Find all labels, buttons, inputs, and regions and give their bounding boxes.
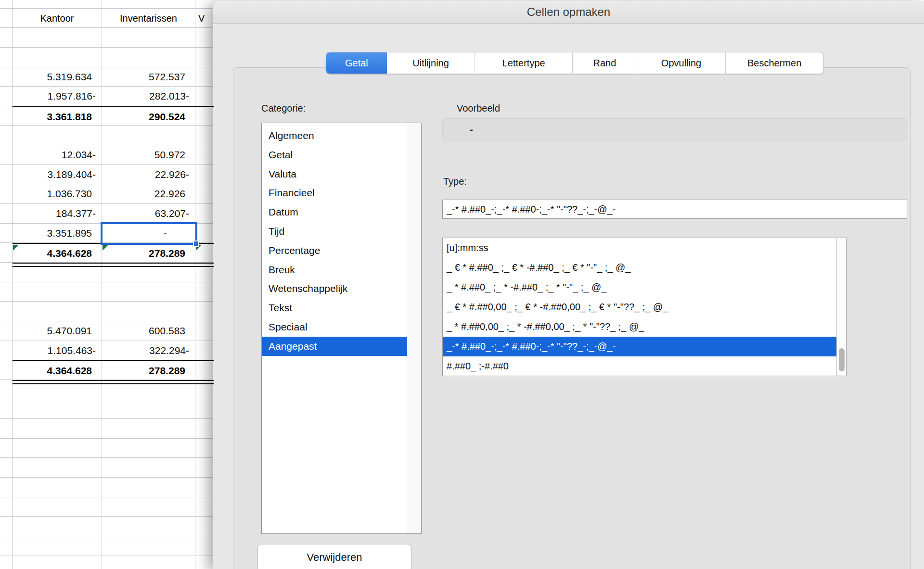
sheet-cell[interactable]	[13, 126, 102, 145]
sheet-cell[interactable]: 278.289	[102, 243, 195, 263]
sheet-cell[interactable]: 12.034-	[13, 145, 102, 165]
sheet-cell[interactable]	[102, 439, 195, 458]
sheet-cell[interactable]	[0, 399, 13, 419]
sheet-cell[interactable]	[195, 399, 214, 419]
sheet-cell[interactable]	[102, 48, 195, 67]
sheet-cell[interactable]	[195, 302, 214, 321]
sheet-cell[interactable]: 5.319.634	[13, 67, 102, 87]
sheet-cell[interactable]: 4.364.628	[13, 243, 102, 263]
tab-getal[interactable]: Getal	[326, 52, 387, 74]
category-item-speciaal[interactable]: Speciaal	[262, 317, 421, 337]
sheet-cell[interactable]	[102, 497, 195, 517]
sheet-cell[interactable]	[195, 184, 214, 204]
sheet-cell[interactable]	[0, 341, 13, 361]
sheet-cell[interactable]: 3.351.895	[13, 224, 102, 243]
sheet-cell[interactable]	[0, 497, 13, 517]
sheet-cell[interactable]	[102, 0, 195, 9]
category-item-percentage[interactable]: Percentage	[262, 241, 421, 260]
category-item-algemeen[interactable]: Algemeen	[262, 126, 421, 145]
sheet-cell[interactable]: 1.105.463-	[13, 341, 102, 361]
sheet-cell[interactable]	[0, 28, 13, 48]
sheet-cell[interactable]	[13, 419, 102, 439]
sheet-cell[interactable]	[0, 282, 13, 302]
sheet-cell[interactable]: 22.926	[102, 184, 195, 204]
sheet-cell[interactable]: 63.207-	[102, 204, 195, 224]
format-scrollbar-track[interactable]	[836, 238, 846, 376]
sheet-cell[interactable]	[0, 0, 13, 9]
sheet-cell[interactable]: 22.926-	[102, 165, 195, 185]
sheet-cell[interactable]	[0, 536, 13, 556]
sheet-cell[interactable]	[195, 478, 214, 497]
sheet-cell[interactable]	[102, 282, 195, 302]
sheet-cell[interactable]	[0, 243, 13, 263]
sheet-cell[interactable]	[195, 497, 214, 517]
sheet-cell[interactable]	[0, 478, 13, 497]
sheet-cell[interactable]	[0, 458, 13, 478]
sheet-cell[interactable]: 3.361.818	[13, 106, 102, 126]
fill-handle[interactable]	[193, 240, 199, 247]
sheet-cell[interactable]	[195, 106, 214, 126]
sheet-cell[interactable]	[0, 263, 13, 282]
sheet-cell[interactable]	[102, 536, 195, 556]
sheet-cell[interactable]	[0, 224, 13, 243]
sheet-cell[interactable]	[13, 28, 102, 48]
sheet-cell[interactable]	[102, 302, 195, 321]
tab-rand[interactable]: Rand	[573, 52, 637, 74]
format-code-item[interactable]: _ € * #.##0,00_ ;_ € * -#.##0,00_ ;_ € *…	[443, 297, 836, 317]
sheet-cell[interactable]	[195, 145, 214, 165]
sheet-cell[interactable]: 290.524	[102, 106, 195, 126]
sheet-cell[interactable]	[195, 517, 214, 536]
tab-lettertype[interactable]: Lettertype	[475, 52, 573, 74]
sheet-cell[interactable]	[0, 67, 13, 87]
type-input[interactable]	[442, 200, 907, 219]
tab-opvulling[interactable]: Opvulling	[637, 52, 726, 74]
sheet-cell[interactable]	[0, 184, 13, 204]
sheet-cell[interactable]	[0, 380, 13, 400]
sheet-cell[interactable]: 1.036.730	[13, 184, 102, 204]
tab-beschermen[interactable]: Beschermen	[726, 52, 823, 74]
category-item-tijd[interactable]: Tijd	[262, 222, 421, 241]
sheet-cell[interactable]: 1.957.816-	[13, 87, 102, 106]
format-code-item[interactable]: _ * #.##0,00_ ;_ * -#.##0,00_ ;_ * "-"??…	[443, 317, 836, 337]
format-code-item[interactable]: [u]:mm:ss	[443, 238, 836, 258]
category-listbox[interactable]: AlgemeenGetalValutaFinancieelDatumTijdPe…	[261, 123, 422, 534]
sheet-cell[interactable]	[102, 517, 195, 536]
category-item-valuta[interactable]: Valuta	[262, 164, 421, 184]
sheet-cell[interactable]	[13, 302, 102, 321]
sheet-cell[interactable]	[0, 517, 13, 536]
sheet-cell[interactable]	[195, 165, 214, 185]
column-header-inventarissen[interactable]: Inventarissen	[102, 9, 195, 28]
sheet-cell[interactable]	[0, 204, 13, 224]
sheet-cell[interactable]	[0, 126, 13, 145]
category-item-getal[interactable]: Getal	[262, 145, 421, 164]
sheet-cell[interactable]	[0, 106, 13, 126]
sheet-cell[interactable]	[0, 321, 13, 341]
sheet-cell[interactable]	[102, 28, 195, 48]
sheet-cell[interactable]	[0, 419, 13, 439]
sheet-cell[interactable]	[13, 556, 102, 569]
sheet-cell[interactable]	[0, 165, 13, 185]
sheet-cell[interactable]	[102, 419, 195, 439]
format-code-item[interactable]: #.##0_ ;-#.##0	[443, 356, 836, 376]
sheet-cell[interactable]	[0, 87, 13, 106]
sheet-cell[interactable]	[195, 87, 214, 106]
sheet-cell[interactable]	[0, 145, 13, 165]
sheet-cell[interactable]	[102, 399, 195, 419]
sheet-cell[interactable]	[195, 419, 214, 439]
sheet-cell[interactable]	[195, 439, 214, 458]
sheet-cell[interactable]	[195, 556, 214, 569]
category-item-breuk[interactable]: Breuk	[262, 260, 421, 279]
dialog-titlebar[interactable]: Cellen opmaken	[213, 1, 924, 24]
sheet-cell[interactable]	[13, 48, 102, 67]
sheet-cell[interactable]	[195, 48, 214, 67]
format-scrollbar-thumb[interactable]	[839, 348, 845, 371]
sheet-cell[interactable]	[0, 9, 13, 28]
sheet-cell[interactable]	[0, 302, 13, 321]
sheet-cell[interactable]	[13, 536, 102, 556]
column-header-kantoor[interactable]: Kantoor	[13, 9, 102, 28]
selected-cell-outline[interactable]	[101, 222, 197, 245]
category-item-financieel[interactable]: Financieel	[262, 183, 421, 202]
format-code-item[interactable]: _ * #.##0_ ;_ * -#.##0_ ;_ * "-"_ ;_ @_	[443, 278, 836, 297]
sheet-cell[interactable]	[195, 360, 214, 380]
category-item-tekst[interactable]: Tekst	[262, 298, 421, 317]
